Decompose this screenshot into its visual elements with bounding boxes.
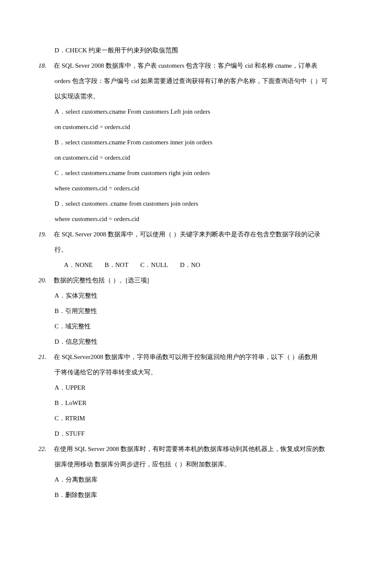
answer-option: B．select customers.cname From customers …: [38, 135, 354, 150]
document-page: D．CHECK 约束一般用于约束列的取值范围18.在 SQL Sever 200…: [0, 0, 392, 566]
answer-option: A．分离数据库: [38, 472, 354, 487]
question-number: 21.: [38, 349, 54, 365]
answer-option: where customers.cid = orders.cid: [38, 181, 354, 196]
answer-option: B．引用完整性: [38, 303, 354, 319]
answer-option: A．NONE: [64, 261, 93, 268]
question-text: 在 SQL Sever 2008 数据库中，客户表 customers 包含字段…: [54, 62, 317, 69]
question-continuation: 行。: [38, 242, 354, 257]
answer-option: C．select customers.cname from customers …: [38, 165, 354, 181]
question-line: 19.在 SQL Server 2008 数据库中，可以使用（ ）关键字来判断表…: [38, 227, 354, 242]
question-continuation: 于将传递给它的字符串转变成大写。: [38, 365, 354, 380]
question-continuation: orders 包含字段：客户编号 cid 如果需要通过查询获得有订单的客户名称，…: [38, 73, 354, 89]
answer-option: A．实体完整性: [38, 288, 354, 303]
question-number: 18.: [38, 58, 54, 73]
answer-option: B．NOT: [105, 261, 129, 268]
question-text: 在 SQLServer2008 数据库中，字符串函数可以用于控制返回给用户的字符…: [54, 353, 317, 360]
answer-option: A．UPPER: [38, 380, 354, 395]
question-text: 在使用 SQL Server 2008 数据库时，有时需要将本机的数据库移动到其…: [54, 445, 325, 452]
question-line: 20.数据的完整性包括（ ）。[选三项]: [38, 273, 354, 288]
answer-option: B．LoWER: [38, 395, 354, 411]
question-text: 数据的完整性包括（ ）。[选三项]: [54, 277, 149, 284]
answer-option: D．STUFF: [38, 426, 354, 441]
answer-option: C．域完整性: [38, 319, 354, 334]
question-continuation: 据库使用移动 数据库分两步进行，应包括（ ）和附加数据库。: [38, 457, 354, 472]
question-line: 18.在 SQL Sever 2008 数据库中，客户表 customers 包…: [38, 58, 354, 73]
answer-option: on customers.cid = orders.cid: [38, 150, 354, 165]
answer-option: D．NO: [180, 261, 200, 268]
answer-option: B．删除数据库: [38, 487, 354, 503]
answer-option: A．select customers.cname From customers …: [38, 104, 354, 119]
question-number: 19.: [38, 227, 54, 242]
inline-options-row: A．NONEB．NOTC．NULLD．NO: [38, 257, 354, 273]
answer-option: D．CHECK 约束一般用于约束列的取值范围: [38, 43, 354, 58]
question-line: 22.在使用 SQL Server 2008 数据库时，有时需要将本机的数据库移…: [38, 441, 354, 457]
answer-option: C．NULL: [140, 261, 168, 268]
answer-option: C．RTRIM: [38, 411, 354, 426]
question-number: 22.: [38, 441, 54, 457]
question-line: 21.在 SQLServer2008 数据库中，字符串函数可以用于控制返回给用户…: [38, 349, 354, 365]
answer-option: D．信息完整性: [38, 334, 354, 349]
answer-option: D．select customers .cname from customers…: [38, 196, 354, 211]
question-continuation: 以实现该需求。: [38, 89, 354, 104]
question-number: 20.: [38, 273, 54, 288]
answer-option: on customers.cid = orders.cid: [38, 119, 354, 135]
answer-option: where customers.cid = orders.cid: [38, 211, 354, 227]
question-text: 在 SQL Server 2008 数据库中，可以使用（ ）关键字来判断表中是否…: [54, 231, 320, 238]
